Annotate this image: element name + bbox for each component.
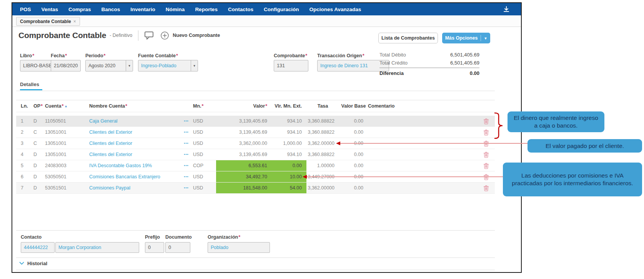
cell-op: D	[30, 116, 45, 126]
account-name-link[interactable]: Clientes del Exterior	[89, 127, 180, 138]
account-name-link[interactable]: Caja General	[89, 116, 180, 126]
nav-item-compras[interactable]: Compras	[68, 7, 91, 12]
delete-row-button[interactable]	[478, 160, 495, 171]
account-name-link[interactable]: Clientes del Exterior	[89, 149, 180, 160]
libro-select[interactable]: LIBRO-BASE ▾	[20, 60, 54, 71]
row-actions-icon[interactable]: •••	[180, 149, 193, 160]
cell-mn: USD	[193, 171, 216, 182]
cell-vlr-mn-ext: 54.00	[272, 183, 306, 193]
cell-mn: USD	[193, 127, 216, 138]
add-circle-icon[interactable]	[160, 31, 169, 40]
cell-vlr-mn-ext: 1,000.00	[272, 138, 306, 149]
row-actions-icon[interactable]: •••	[180, 138, 193, 149]
table-row[interactable]: 2 C 13051001 Clientes del Exterior ••• U…	[16, 127, 495, 138]
table-row[interactable]: 5 D 24083003 IVA Descontable Gastos 19% …	[16, 160, 495, 171]
cell-mn: USD	[193, 138, 216, 149]
table-row[interactable]: 7 D 53051501 Comisiones Paypal ••• USD 1…	[16, 183, 495, 194]
table-row[interactable]: 4 D 13051001 Clientes del Exterior ••• U…	[16, 149, 495, 160]
tab-close-icon[interactable]: ×	[73, 19, 76, 24]
nav-item-opciones-avanzadas[interactable]: Opciones Avanzadas	[309, 7, 361, 12]
documento-field[interactable]: 0	[165, 242, 190, 253]
nav-item-nomina[interactable]: Nómina	[166, 7, 185, 12]
chevron-down-icon[interactable]: ▾	[191, 60, 198, 71]
cell-comentario	[368, 127, 478, 138]
account-name-link[interactable]: Comisiones Bancarias Extranjero	[89, 171, 180, 182]
trash-icon	[483, 185, 489, 191]
column-header-tasa[interactable]: Tasa	[306, 103, 339, 109]
delete-row-button[interactable]	[478, 127, 495, 138]
nav-item-ventas[interactable]: Ventas	[42, 7, 58, 12]
download-icon[interactable]	[503, 5, 510, 13]
cell-cuenta: 53051501	[45, 183, 89, 193]
column-header-valor-base[interactable]: Valor Base	[339, 103, 368, 109]
prefijo-field[interactable]: 0	[145, 242, 164, 253]
fecha-input[interactable]: 21/08/2020	[51, 60, 81, 71]
transaccion-origen-input[interactable]: Ingreso de Dinero 131	[317, 60, 389, 71]
cell-valor-base: 0.00	[339, 138, 368, 149]
nav-item-pos[interactable]: POS	[20, 7, 31, 12]
column-header-ln[interactable]: Ln.	[16, 103, 30, 109]
nav-item-inventario[interactable]: Inventario	[130, 7, 155, 12]
delete-row-button[interactable]	[478, 183, 495, 193]
column-header-nombre-cuenta[interactable]: Nombre Cuenta*	[89, 103, 180, 109]
account-name-link[interactable]: Clientes del Exterior	[89, 138, 180, 149]
cell-op: D	[30, 160, 45, 171]
cell-op: D	[30, 149, 45, 160]
title-divider	[138, 30, 138, 41]
mas-opciones-button[interactable]: Más Opciones ▾	[442, 33, 490, 43]
historial-toggle[interactable]: Historial	[19, 261, 47, 266]
trash-icon	[483, 163, 489, 169]
fuente-contable-select[interactable]: Ingreso-Poblado ▾	[138, 60, 198, 71]
row-actions-icon[interactable]: •••	[180, 127, 193, 138]
chevron-down-icon[interactable]: ▾	[126, 60, 133, 71]
comment-icon[interactable]	[144, 31, 154, 40]
organizacion-field[interactable]: Poblado	[208, 242, 270, 253]
cell-cuenta: 13051001	[45, 127, 89, 138]
trash-icon	[483, 174, 489, 180]
delete-row-button[interactable]	[478, 138, 495, 149]
page-subtitle: - Definitivo	[110, 33, 132, 38]
contacto-nombre-field[interactable]: Morgan Corporation	[55, 242, 139, 253]
nav-item-reportes[interactable]: Reportes	[195, 7, 218, 12]
delete-row-button[interactable]	[478, 149, 495, 160]
column-header-vlr-mn-ext[interactable]: Vlr. Mn. Ext.	[272, 103, 306, 109]
cell-cuenta: 53050501	[45, 171, 89, 182]
total-credito-row: Total Crédito 6,501,405.69	[379, 59, 479, 67]
lista-de-comprobantes-button[interactable]: Lista de Comprobantes	[378, 33, 438, 43]
delete-row-button[interactable]	[478, 116, 495, 126]
row-actions-icon[interactable]: •••	[180, 183, 193, 193]
column-header-op[interactable]: OP*	[30, 103, 45, 109]
table-row[interactable]: 3 C 13051001 Clientes del Exterior ••• U…	[16, 138, 495, 149]
tab-detalles[interactable]: Detalles	[20, 81, 39, 87]
column-header-mn[interactable]: Mn.*	[193, 103, 216, 109]
delete-row-button[interactable]	[478, 171, 495, 182]
total-debito-value: 6,501,405.69	[450, 52, 479, 58]
tab-comprobante-contable[interactable]: Comprobante Contable ×	[16, 17, 80, 26]
column-header-comentario[interactable]: Comentario	[368, 103, 478, 109]
column-header-cuenta[interactable]: Cuenta*▴	[45, 103, 89, 109]
row-actions-icon[interactable]: •••	[180, 116, 193, 126]
nav-item-contactos[interactable]: Contactos	[228, 7, 253, 12]
cell-tasa: 1.00000	[306, 160, 339, 171]
column-header-valor[interactable]: Valor*	[216, 103, 272, 109]
nav-item-configuracion[interactable]: Configuración	[264, 7, 299, 12]
cell-comentario	[368, 171, 478, 182]
nav-item-bancos[interactable]: Bancos	[102, 7, 120, 12]
table-row[interactable]: 1 D 11050501 Caja General ••• USD 3,139,…	[16, 116, 495, 127]
cell-vlr-mn-ext: 0.00	[272, 160, 306, 171]
total-credito-value: 6,501,405.69	[450, 60, 479, 66]
cell-ln: 5	[16, 160, 30, 171]
periodo-select[interactable]: Agosto 2020 ▾	[85, 60, 133, 71]
cell-comentario	[368, 160, 478, 171]
account-name-link[interactable]: Comisiones Paypal	[89, 183, 180, 193]
cell-mn: USD	[193, 149, 216, 160]
table-row[interactable]: 6 D 53050501 Comisiones Bancarias Extran…	[16, 171, 495, 183]
contacto-id-field[interactable]: 444444222	[21, 242, 55, 253]
chevron-down-icon[interactable]: ▾	[481, 36, 490, 40]
account-name-link[interactable]: IVA Descontable Gastos 19%	[89, 160, 180, 171]
new-comprobante-button[interactable]: Nuevo Comprobante	[173, 33, 220, 38]
cell-op: D	[30, 171, 45, 182]
row-actions-icon[interactable]: •••	[180, 160, 193, 171]
row-actions-icon[interactable]: •••	[180, 171, 193, 182]
comprobante-input[interactable]: 131	[274, 60, 308, 71]
